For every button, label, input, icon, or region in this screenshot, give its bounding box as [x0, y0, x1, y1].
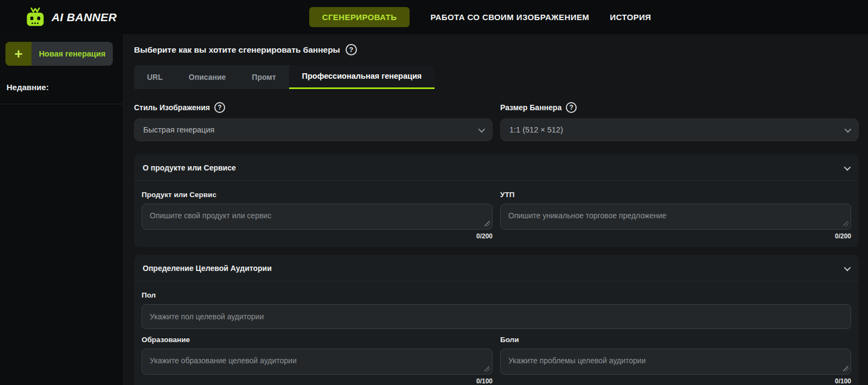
section-audience-content: Пол Образование 0/100 [134, 281, 859, 385]
section-audience: Определение Целевой Аудитории Пол Образо… [134, 255, 859, 385]
pains-field: Боли 0/100 [500, 331, 851, 385]
usp-char-counter: 0/200 [500, 232, 851, 240]
product-char-counter: 0/200 [142, 232, 493, 240]
help-icon[interactable]: ? [346, 44, 357, 55]
body-row: + Новая генерация Недавние: Выберите как… [0, 34, 868, 385]
education-label: Образование [142, 336, 493, 344]
education-field: Образование 0/100 [142, 331, 493, 385]
product-field: Продукт или Сервис 0/200 [142, 186, 493, 240]
chevron-down-icon [845, 125, 852, 132]
banner-size-label: Размер Баннера [500, 103, 561, 112]
section-product-title: О продукте или Сервисе [143, 163, 236, 172]
gender-input[interactable] [142, 304, 851, 329]
tab-prompt[interactable]: Промт [239, 65, 289, 89]
plus-icon: + [5, 42, 31, 66]
pains-char-counter: 0/100 [500, 377, 851, 385]
top-header: AI BANNER СГЕНЕРИРОВАТЬ РАБОТА СО СВОИМ … [0, 0, 868, 34]
page-title: Выберите как вы хотите сгенерировать бан… [134, 45, 340, 55]
usp-label: УТП [500, 191, 851, 199]
chevron-down-icon [844, 264, 851, 271]
generation-tabbar: URL Описание Промт Профессиональная гене… [134, 65, 435, 89]
main-content: Выберите как вы хотите сгенерировать бан… [124, 34, 868, 385]
resize-handle-icon[interactable] [843, 221, 848, 226]
logo[interactable]: AI BANNER [0, 7, 174, 27]
chevron-down-icon [478, 125, 486, 132]
resize-handle-icon[interactable] [843, 366, 848, 371]
logo-text: AI BANNER [52, 11, 117, 24]
section-audience-header[interactable]: Определение Целевой Аудитории [134, 255, 859, 281]
section-product-content: Продукт или Сервис 0/200 УТП [134, 181, 859, 247]
banner-size-label-row: Размер Баннера ? [500, 102, 859, 113]
new-generation-label: Новая генерация [31, 42, 113, 66]
tab-url[interactable]: URL [134, 65, 176, 89]
tab-professional-generation[interactable]: Профессиональная генерация [289, 65, 435, 89]
section-product: О продукте или Сервисе Продукт или Серви… [134, 154, 859, 247]
education-textarea[interactable] [142, 349, 493, 375]
image-style-label: Стиль Изображения [134, 103, 210, 112]
sidebar-divider [0, 104, 123, 104]
image-style-label-row: Стиль Изображения ? [134, 102, 493, 113]
nav-generate-button[interactable]: СГЕНЕРИРОВАТЬ [309, 7, 410, 27]
image-style-select-value: Быстрая генерация [143, 125, 214, 134]
recent-label: Недавние: [7, 83, 123, 92]
image-style-select[interactable]: Быстрая генерация [134, 118, 493, 141]
product-label: Продукт или Сервис [142, 191, 493, 199]
chevron-down-icon [844, 163, 851, 171]
nav-own-image-link[interactable]: РАБОТА СО СВОИМ ИЗОБРАЖЕНИЕМ [430, 12, 589, 22]
pains-label: Боли [500, 336, 851, 344]
top-nav: СГЕНЕРИРОВАТЬ РАБОТА СО СВОИМ ИЗОБРАЖЕНИ… [174, 7, 787, 27]
usp-field: УТП 0/200 [500, 186, 851, 240]
nav-history-link[interactable]: ИСТОРИЯ [610, 12, 651, 22]
robot-logo-icon [24, 7, 46, 27]
image-style-field: Стиль Изображения ? Быстрая генерация [134, 102, 493, 141]
section-audience-title: Определение Целевой Аудитории [143, 264, 272, 273]
resize-handle-icon[interactable] [484, 366, 490, 371]
education-char-counter: 0/100 [142, 377, 493, 385]
section-product-header[interactable]: О продукте или Сервисе [134, 154, 859, 180]
resize-handle-icon[interactable] [484, 221, 490, 226]
new-generation-button[interactable]: + Новая генерация [5, 42, 113, 66]
app: AI BANNER СГЕНЕРИРОВАТЬ РАБОТА СО СВОИМ … [0, 0, 868, 385]
usp-textarea[interactable] [500, 204, 851, 230]
pains-textarea[interactable] [500, 349, 851, 375]
banner-size-field: Размер Баннера ? 1:1 (512 × 512) [500, 102, 859, 141]
banner-size-select-value: 1:1 (512 × 512) [509, 125, 563, 134]
selects-row: Стиль Изображения ? Быстрая генерация Ра… [134, 102, 859, 141]
banner-size-select[interactable]: 1:1 (512 × 512) [500, 118, 859, 141]
banner-size-help-icon[interactable]: ? [566, 102, 577, 113]
product-textarea[interactable] [142, 204, 493, 230]
tab-description[interactable]: Описание [176, 65, 239, 89]
image-style-help-icon[interactable]: ? [214, 102, 225, 113]
sidebar: + Новая генерация Недавние: [0, 34, 124, 385]
gender-field: Пол [142, 291, 851, 329]
gender-label: Пол [142, 291, 851, 299]
page-title-row: Выберите как вы хотите сгенерировать бан… [134, 44, 859, 55]
